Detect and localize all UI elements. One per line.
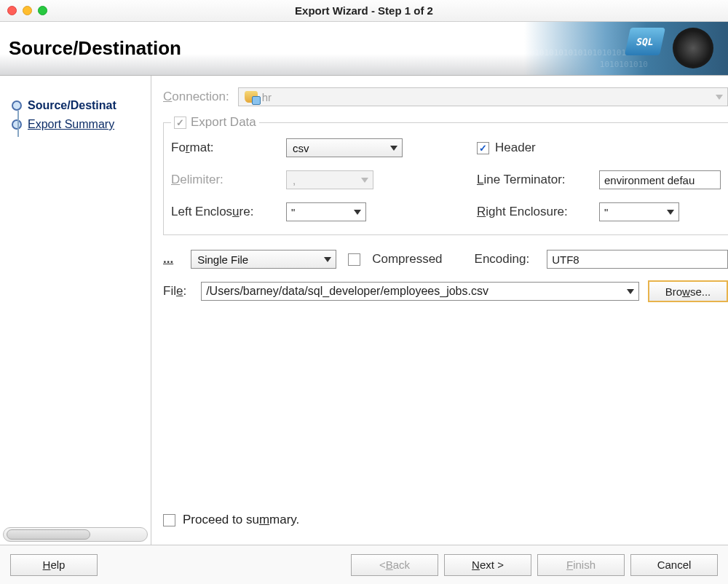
banner-artwork: 01010101010101010101 1010101010 SQL [524,22,728,75]
step-bullet-icon [12,100,22,111]
wizard-footer: Help < Back Next > Finish Cancel [0,545,728,584]
file-mode-dropdown[interactable]: Single File [191,250,336,269]
step-source-destination[interactable]: Source/Destinat [0,96,151,115]
delimiter-value: , [293,174,296,186]
window-title: Export Wizard - Step 1 of 2 [0,4,728,17]
back-button[interactable]: < Back [351,554,438,576]
finish-button[interactable]: Finish [537,554,625,576]
next-button[interactable]: Next > [444,554,531,576]
step-export-summary[interactable]: Export Summary [0,115,151,134]
database-icon [245,91,258,103]
wizard-steps-sidebar: Source/Destinat Export Summary [0,76,151,545]
right-enclosure-combo[interactable]: " [599,202,679,221]
right-enclosure-value: " [604,206,661,218]
main-panel: Connection: hr ✓ Export Data Format: csv [151,76,728,545]
help-button[interactable]: Help [10,554,98,576]
step-bullet-icon [12,119,22,130]
left-enclosure-label: Left Enclosure: [171,205,280,219]
format-dropdown[interactable]: csv [286,138,403,157]
chevron-down-icon [361,178,368,183]
export-data-group: ✓ Export Data Format: csv ✓ Header Delim… [163,115,728,235]
line-terminator-label: Line Terminator: [477,173,593,187]
connection-dropdown[interactable]: hr [238,87,728,106]
right-enclosure-label: Right Enclosure: [477,205,593,219]
sql-logo-icon: SQL [625,28,665,55]
page-title: Source/Destination [9,37,181,60]
step-label: Source/Destinat [28,99,116,112]
file-mode-value: Single File [197,253,248,266]
chevron-down-icon [354,210,361,215]
connection-label: Connection: [163,90,229,104]
compressed-checkbox[interactable]: ✓ [348,253,360,266]
left-enclosure-value: " [291,206,348,218]
chevron-down-icon [324,257,331,262]
delimiter-label: Delimiter: [171,173,280,187]
header-checkbox[interactable]: ✓ [477,142,489,154]
header-label: Header [495,141,604,155]
line-terminator-dropdown[interactable]: environment defau [599,170,721,189]
proceed-to-summary-label: Proceed to summary. [183,513,299,527]
window-titlebar: Export Wizard - Step 1 of 2 [0,0,728,22]
disk-reel-icon [673,28,713,68]
scrollbar-thumb[interactable] [7,529,90,540]
cancel-button[interactable]: Cancel [630,554,718,576]
encoding-value: UTF8 [552,253,723,266]
line-terminator-value: environment defau [604,174,716,186]
browse-label: Browse... [665,285,711,298]
format-label: Format: [171,141,280,155]
export-data-label: Export Data [191,115,256,130]
save-as-label: ... [163,252,173,267]
export-data-checkbox[interactable]: ✓ [174,117,186,129]
left-enclosure-combo[interactable]: " [286,202,366,221]
wizard-banner: Source/Destination 01010101010101010101 … [0,22,728,76]
file-label: File: [163,284,186,299]
encoding-dropdown[interactable]: UTF8 [547,250,728,269]
connection-value: hr [262,91,272,103]
sidebar-horizontal-scrollbar[interactable] [3,527,148,542]
chevron-down-icon [390,146,397,151]
encoding-label: Encoding: [475,252,530,267]
chevron-down-icon [627,289,634,294]
step-label: Export Summary [28,118,114,131]
file-path-field[interactable]: /Users/barney/data/sql_developer/employe… [201,282,639,301]
compressed-label: Compressed [372,252,442,267]
chevron-down-icon [667,210,674,215]
delimiter-dropdown[interactable]: , [286,170,373,189]
file-path-value: /Users/barney/data/sql_developer/employe… [206,285,621,298]
chevron-down-icon [716,95,723,100]
proceed-to-summary-checkbox[interactable]: ✓ [163,514,175,526]
format-value: csv [293,142,309,154]
browse-button[interactable]: Browse... [648,280,728,302]
